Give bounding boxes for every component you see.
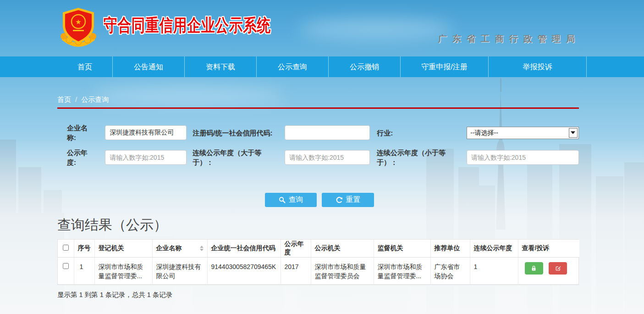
table-row: 1 深圳市市场和质量监督管理委... 深圳捷渡科技有限公司 9144030058… — [58, 257, 579, 285]
cell-consecutive-years: 1 — [470, 257, 518, 285]
publicity-system-page: ★ 守合同重信用企业公示系统 广东省工商行政管理局 首页 公告通知 资料下载 公… — [0, 0, 644, 314]
col-consecutive-years: 连续公示年度 — [470, 240, 518, 257]
search-button[interactable]: 查询 — [265, 193, 317, 207]
consecutive-year-lte-input[interactable] — [467, 150, 579, 165]
search-form-row-2: 公示年度: 连续公示年度（大于等于）： 连续公示年度（小于等于）： — [57, 145, 579, 170]
breadcrumb-separator: / — [75, 95, 77, 104]
nav-item-announcements[interactable]: 公告通知 — [113, 56, 185, 77]
red-divider-line — [57, 107, 579, 109]
row-checkbox[interactable] — [63, 263, 69, 269]
svg-text:★: ★ — [75, 18, 81, 26]
edit-icon — [555, 265, 561, 271]
col-supervisor: 监督机关 — [374, 240, 430, 257]
col-year: 公示年度 — [281, 240, 311, 257]
industry-label: 行业: — [377, 128, 467, 138]
consecutive-year-gte-input[interactable] — [285, 150, 370, 165]
credit-code-input[interactable] — [285, 125, 370, 140]
agency-name: 广东省工商行政管理局 — [438, 33, 580, 45]
table-header-row: 序号 登记机关 企业名称 企业统一社会信用代码 公示年度 公示机关 监督机关 推… — [58, 240, 579, 257]
col-company-label: 企业名称 — [156, 244, 182, 252]
records-summary: 显示第 1 到第 1 条记录，总共 1 条记录 — [57, 291, 172, 299]
results-table: 序号 登记机关 企业名称 企业统一社会信用代码 公示年度 公示机关 监督机关 推… — [57, 239, 579, 285]
gongshang-emblem-logo: ★ — [57, 6, 99, 47]
select-all-cell — [58, 240, 74, 257]
cell-company: 深圳捷渡科技有限公司 — [152, 257, 207, 285]
lock-icon — [531, 265, 537, 271]
consecutive-year-lte-label: 连续公示年度（小于等于）： — [377, 148, 467, 167]
cell-index: 1 — [74, 257, 94, 285]
col-actions: 查看/投诉 — [518, 240, 579, 257]
nav-item-apply-register[interactable]: 守重申报/注册 — [401, 56, 489, 77]
col-company[interactable]: 企业名称 — [152, 240, 207, 257]
select-all-checkbox[interactable] — [63, 245, 69, 251]
search-button-label: 查询 — [289, 195, 303, 205]
cell-actions — [518, 257, 579, 285]
nav-item-downloads[interactable]: 资料下载 — [185, 56, 257, 77]
reset-button[interactable]: 重置 — [322, 193, 374, 207]
nav-item-publicity-query[interactable]: 公示查询 — [257, 56, 329, 77]
industry-select-value: --请选择-- — [470, 129, 498, 136]
company-name-label: 企业名称: — [57, 123, 105, 142]
refresh-icon — [336, 196, 343, 204]
company-name-input[interactable] — [105, 125, 187, 140]
breadcrumb-current: 公示查询 — [81, 95, 109, 104]
cloud-decoration — [298, 18, 454, 39]
sort-icon[interactable] — [200, 246, 204, 251]
consecutive-year-gte-label: 连续公示年度（大于等于）： — [193, 148, 285, 167]
row-select-cell — [58, 257, 74, 285]
view-button[interactable] — [525, 262, 543, 275]
search-form-row-1: 企业名称: 注册码/统一社会信用代码: 行业: --请选择-- — [57, 120, 579, 145]
cell-supervisor: 深圳市市场和质量监督管理委... — [374, 257, 430, 285]
col-credit-code: 企业统一社会信用代码 — [207, 240, 281, 257]
results-heading: 查询结果（公示） — [57, 216, 167, 235]
cell-recommender: 广东省市场协会 — [430, 257, 470, 285]
col-index: 序号 — [74, 240, 94, 257]
complaint-button[interactable] — [549, 262, 567, 275]
cell-reg-authority: 深圳市市场和质量监督管理委... — [94, 257, 152, 285]
col-reg-authority: 登记机关 — [94, 240, 152, 257]
publicity-year-input[interactable] — [105, 150, 187, 165]
cloud-decoration — [92, 87, 284, 104]
industry-select[interactable]: --请选择-- — [467, 127, 579, 139]
cell-year: 2017 — [281, 257, 311, 285]
breadcrumb: 首页 / 公示查询 — [57, 95, 109, 104]
col-publicity-authority: 公示机关 — [311, 240, 374, 257]
breadcrumb-home-link[interactable]: 首页 — [57, 95, 71, 104]
main-navigation: 首页 公告通知 资料下载 公示查询 公示撤销 守重申报/注册 举报投诉 — [0, 56, 644, 77]
publicity-year-label: 公示年度: — [57, 148, 105, 167]
cell-publicity-authority: 深圳市市场和质量监督管理委员会 — [311, 257, 374, 285]
chevron-down-icon[interactable] — [569, 128, 578, 138]
nav-item-home[interactable]: 首页 — [57, 56, 113, 77]
search-icon — [279, 196, 286, 203]
system-title: 守合同重信用企业公示系统 — [104, 14, 271, 37]
credit-code-label: 注册码/统一社会信用代码: — [193, 128, 285, 138]
nav-item-report-complaint[interactable]: 举报投诉 — [489, 56, 587, 77]
cell-credit-code: 91440300582709465K — [207, 257, 281, 285]
nav-item-publicity-revoke[interactable]: 公示撤销 — [329, 56, 401, 77]
col-recommender: 推荐单位 — [430, 240, 470, 257]
reset-button-label: 重置 — [346, 195, 361, 205]
